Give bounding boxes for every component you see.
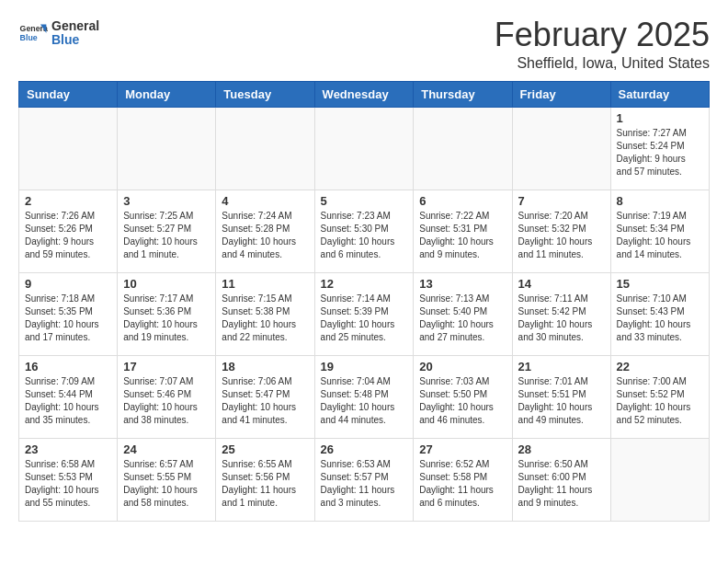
calendar-cell: 13Sunrise: 7:13 AM Sunset: 5:40 PM Dayli…	[414, 273, 512, 356]
calendar-cell: 11Sunrise: 7:15 AM Sunset: 5:38 PM Dayli…	[216, 273, 314, 356]
weekday-header-monday: Monday	[118, 82, 216, 108]
day-info: Sunrise: 7:09 AM Sunset: 5:44 PM Dayligh…	[25, 375, 111, 427]
calendar-cell: 5Sunrise: 7:23 AM Sunset: 5:30 PM Daylig…	[314, 190, 414, 273]
calendar-cell: 2Sunrise: 7:26 AM Sunset: 5:26 PM Daylig…	[19, 190, 118, 273]
day-number: 22	[617, 360, 703, 373]
calendar-cell: 21Sunrise: 7:01 AM Sunset: 5:51 PM Dayli…	[512, 356, 610, 439]
day-info: Sunrise: 7:11 AM Sunset: 5:42 PM Dayligh…	[518, 293, 605, 344]
calendar-cell: 14Sunrise: 7:11 AM Sunset: 5:42 PM Dayli…	[512, 273, 610, 356]
svg-text:Blue: Blue	[20, 33, 38, 42]
day-number: 18	[222, 360, 308, 373]
day-info: Sunrise: 7:18 AM Sunset: 5:35 PM Dayligh…	[25, 293, 111, 344]
calendar-cell: 24Sunrise: 6:57 AM Sunset: 5:55 PM Dayli…	[118, 439, 216, 522]
week-row-1: 1Sunrise: 7:27 AM Sunset: 5:24 PM Daylig…	[19, 108, 710, 190]
calendar-cell: 18Sunrise: 7:06 AM Sunset: 5:47 PM Dayli…	[216, 356, 314, 439]
day-info: Sunrise: 7:24 AM Sunset: 5:28 PM Dayligh…	[222, 210, 308, 261]
calendar-cell: 10Sunrise: 7:17 AM Sunset: 5:36 PM Dayli…	[118, 273, 216, 356]
day-number: 28	[518, 442, 605, 456]
weekday-header-row: SundayMondayTuesdayWednesdayThursdayFrid…	[19, 82, 710, 108]
logo: General Blue General Blue	[18, 18, 99, 48]
calendar-cell	[19, 108, 118, 190]
calendar-cell: 3Sunrise: 7:25 AM Sunset: 5:27 PM Daylig…	[118, 190, 216, 273]
day-number: 26	[321, 442, 408, 456]
week-row-2: 2Sunrise: 7:26 AM Sunset: 5:26 PM Daylig…	[19, 190, 710, 273]
week-row-3: 9Sunrise: 7:18 AM Sunset: 5:35 PM Daylig…	[19, 273, 710, 356]
day-number: 2	[25, 194, 111, 208]
day-info: Sunrise: 7:13 AM Sunset: 5:40 PM Dayligh…	[419, 293, 506, 344]
day-number: 20	[419, 360, 506, 373]
day-info: Sunrise: 6:52 AM Sunset: 5:58 PM Dayligh…	[419, 458, 506, 510]
calendar-cell	[512, 108, 610, 190]
weekday-header-saturday: Saturday	[610, 82, 709, 108]
calendar-cell: 16Sunrise: 7:09 AM Sunset: 5:44 PM Dayli…	[19, 356, 118, 439]
weekday-header-wednesday: Wednesday	[314, 82, 414, 108]
day-info: Sunrise: 6:53 AM Sunset: 5:57 PM Dayligh…	[321, 458, 408, 510]
calendar: SundayMondayTuesdayWednesdayThursdayFrid…	[18, 81, 710, 522]
calendar-cell: 6Sunrise: 7:22 AM Sunset: 5:31 PM Daylig…	[414, 190, 512, 273]
day-number: 10	[123, 277, 210, 291]
day-info: Sunrise: 7:04 AM Sunset: 5:48 PM Dayligh…	[321, 375, 408, 427]
day-number: 19	[321, 360, 408, 373]
day-info: Sunrise: 7:25 AM Sunset: 5:27 PM Dayligh…	[123, 210, 210, 261]
day-info: Sunrise: 7:20 AM Sunset: 5:32 PM Dayligh…	[518, 210, 605, 261]
calendar-cell: 4Sunrise: 7:24 AM Sunset: 5:28 PM Daylig…	[216, 190, 314, 273]
calendar-cell	[414, 108, 512, 190]
calendar-cell: 22Sunrise: 7:00 AM Sunset: 5:52 PM Dayli…	[610, 356, 709, 439]
day-number: 17	[123, 360, 210, 373]
day-number: 24	[123, 442, 210, 456]
day-info: Sunrise: 7:23 AM Sunset: 5:30 PM Dayligh…	[321, 210, 408, 261]
day-number: 25	[222, 442, 308, 456]
day-info: Sunrise: 7:03 AM Sunset: 5:50 PM Dayligh…	[419, 375, 506, 427]
calendar-cell: 19Sunrise: 7:04 AM Sunset: 5:48 PM Dayli…	[314, 356, 414, 439]
calendar-cell: 8Sunrise: 7:19 AM Sunset: 5:34 PM Daylig…	[610, 190, 709, 273]
day-info: Sunrise: 7:22 AM Sunset: 5:31 PM Dayligh…	[419, 210, 506, 261]
week-row-5: 23Sunrise: 6:58 AM Sunset: 5:53 PM Dayli…	[19, 439, 710, 522]
day-info: Sunrise: 7:27 AM Sunset: 5:24 PM Dayligh…	[617, 127, 703, 178]
header: General Blue General Blue February 2025 …	[18, 18, 710, 72]
day-number: 21	[518, 360, 605, 373]
day-info: Sunrise: 7:15 AM Sunset: 5:38 PM Dayligh…	[222, 293, 308, 344]
day-info: Sunrise: 7:10 AM Sunset: 5:43 PM Dayligh…	[617, 293, 703, 344]
weekday-header-tuesday: Tuesday	[216, 82, 314, 108]
day-number: 12	[321, 277, 408, 291]
calendar-cell: 17Sunrise: 7:07 AM Sunset: 5:46 PM Dayli…	[118, 356, 216, 439]
day-info: Sunrise: 7:07 AM Sunset: 5:46 PM Dayligh…	[123, 375, 210, 427]
day-info: Sunrise: 7:01 AM Sunset: 5:51 PM Dayligh…	[518, 375, 605, 427]
logo-blue-text: Blue	[51, 33, 99, 47]
weekday-header-sunday: Sunday	[19, 82, 118, 108]
day-number: 11	[222, 277, 308, 291]
day-info: Sunrise: 7:14 AM Sunset: 5:39 PM Dayligh…	[321, 293, 408, 344]
calendar-cell	[314, 108, 414, 190]
day-info: Sunrise: 7:00 AM Sunset: 5:52 PM Dayligh…	[617, 375, 703, 427]
calendar-cell	[118, 108, 216, 190]
weekday-header-friday: Friday	[512, 82, 610, 108]
logo-general-text: General	[51, 19, 99, 33]
day-info: Sunrise: 6:57 AM Sunset: 5:55 PM Dayligh…	[123, 458, 210, 510]
day-number: 1	[617, 111, 703, 125]
calendar-cell: 26Sunrise: 6:53 AM Sunset: 5:57 PM Dayli…	[314, 439, 414, 522]
calendar-cell: 25Sunrise: 6:55 AM Sunset: 5:56 PM Dayli…	[216, 439, 314, 522]
day-info: Sunrise: 7:06 AM Sunset: 5:47 PM Dayligh…	[222, 375, 308, 427]
day-number: 13	[419, 277, 506, 291]
calendar-cell	[610, 439, 709, 522]
month-title: February 2025	[495, 18, 710, 52]
day-info: Sunrise: 6:50 AM Sunset: 6:00 PM Dayligh…	[518, 458, 605, 510]
day-number: 3	[123, 194, 210, 208]
day-number: 8	[617, 194, 703, 208]
weekday-header-thursday: Thursday	[414, 82, 512, 108]
week-row-4: 16Sunrise: 7:09 AM Sunset: 5:44 PM Dayli…	[19, 356, 710, 439]
calendar-cell: 15Sunrise: 7:10 AM Sunset: 5:43 PM Dayli…	[610, 273, 709, 356]
day-info: Sunrise: 7:17 AM Sunset: 5:36 PM Dayligh…	[123, 293, 210, 344]
logo-icon: General Blue	[18, 18, 48, 48]
day-number: 27	[419, 442, 506, 456]
day-info: Sunrise: 6:55 AM Sunset: 5:56 PM Dayligh…	[222, 458, 308, 510]
calendar-cell: 20Sunrise: 7:03 AM Sunset: 5:50 PM Dayli…	[414, 356, 512, 439]
day-info: Sunrise: 7:26 AM Sunset: 5:26 PM Dayligh…	[25, 210, 111, 261]
day-number: 15	[617, 277, 703, 291]
calendar-cell: 28Sunrise: 6:50 AM Sunset: 6:00 PM Dayli…	[512, 439, 610, 522]
day-info: Sunrise: 7:19 AM Sunset: 5:34 PM Dayligh…	[617, 210, 703, 261]
calendar-cell: 23Sunrise: 6:58 AM Sunset: 5:53 PM Dayli…	[19, 439, 118, 522]
calendar-cell: 7Sunrise: 7:20 AM Sunset: 5:32 PM Daylig…	[512, 190, 610, 273]
calendar-cell: 27Sunrise: 6:52 AM Sunset: 5:58 PM Dayli…	[414, 439, 512, 522]
day-number: 4	[222, 194, 308, 208]
